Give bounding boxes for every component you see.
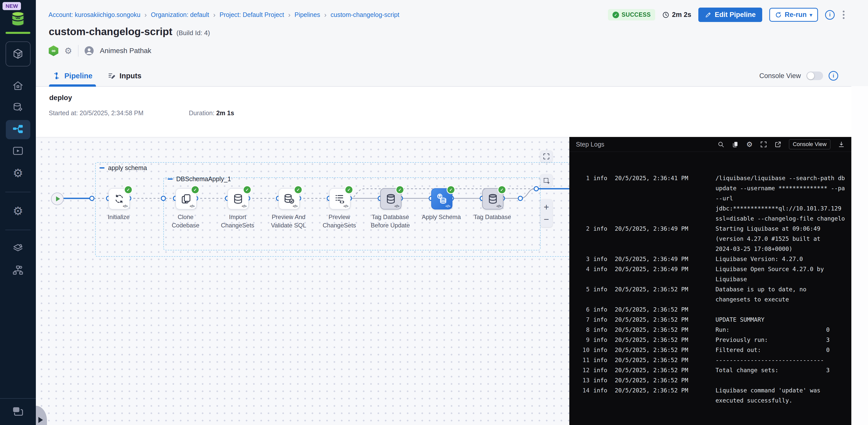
clock-icon xyxy=(662,11,669,19)
log-line-number: 9 xyxy=(576,335,590,345)
step-logs-header: Step Logs ⚙ Console View xyxy=(569,137,851,152)
harness-dbdevops-logo-icon[interactable]: ∞ xyxy=(9,10,26,27)
sidebar-item-executions[interactable] xyxy=(6,142,30,161)
pipeline-start-node[interactable] xyxy=(51,193,64,205)
code-glyph: </> xyxy=(123,204,127,208)
pipeline-step-tag-database[interactable]: ✓</> xyxy=(482,188,503,209)
log-row: 5info20/5/2025, 2:36:52 PMDatabase is up… xyxy=(569,284,851,305)
pipeline-step-preview-and-validate-sql[interactable]: ✓</> xyxy=(278,188,300,209)
execution-tabbar: Pipeline Inputs Console View i xyxy=(36,65,868,87)
log-level: info xyxy=(593,385,611,405)
breadcrumb-link[interactable]: Account: kurosakiichigo.songoku xyxy=(49,11,141,19)
canvas-fit-button[interactable] xyxy=(540,150,552,162)
log-timestamp: 20/5/2025, 2:36:52 PM xyxy=(615,305,712,315)
zoom-in-button[interactable]: + xyxy=(544,203,549,211)
sidebar-item-pipelines[interactable] xyxy=(6,120,30,139)
fullscreen-icon[interactable] xyxy=(760,141,767,148)
sidebar-item-layers-settings[interactable] xyxy=(6,239,30,258)
step-success-badge: ✓ xyxy=(345,186,353,194)
log-line-number: 12 xyxy=(576,365,590,375)
log-line-number: 11 xyxy=(576,355,590,365)
log-message: Total change sets:3 xyxy=(715,365,851,375)
pipeline-step-tag-database-before-update[interactable]: ✓</> xyxy=(380,188,401,209)
log-message: Liquibase Open Source 4.27.0 byLiquibase xyxy=(715,264,851,284)
breadcrumb-link[interactable]: Pipelines xyxy=(294,11,320,19)
pipeline-step-import-changesets[interactable]: ✓</> xyxy=(227,188,249,209)
org-settings-icon xyxy=(12,264,24,277)
open-in-new-icon[interactable] xyxy=(775,141,781,148)
log-line-number: 8 xyxy=(576,325,590,335)
log-settings-gear-icon[interactable]: ⚙ xyxy=(746,140,753,148)
log-level: info xyxy=(593,254,611,264)
pipeline-step-clone-codebase[interactable]: ✓</> xyxy=(176,188,197,209)
log-message: UPDATE SUMMARY xyxy=(715,315,851,325)
svg-text:∞: ∞ xyxy=(15,13,21,21)
canvas-select-button[interactable] xyxy=(540,174,552,187)
settings-icon: ⚙ xyxy=(12,167,23,179)
more-options-icon[interactable] xyxy=(842,9,845,20)
step-label-initialize: Initialize xyxy=(95,213,143,221)
console-view-group: Console View i xyxy=(759,65,838,86)
search-icon[interactable] xyxy=(717,141,724,148)
collapse-minus-icon[interactable] xyxy=(99,167,104,169)
breadcrumb-link[interactable]: Project: Default Project xyxy=(219,11,284,19)
sidebar-item-db-instances[interactable] xyxy=(6,98,30,117)
pipeline-step-apply-schema[interactable]: ✓</> xyxy=(431,188,453,209)
copy-icon[interactable] xyxy=(732,141,739,148)
log-message: Starting Liquibase at 09:06:49(version 4… xyxy=(715,224,851,254)
log-level: info xyxy=(593,325,611,335)
help-chat-icon[interactable]: ? xyxy=(11,406,25,419)
chevron-right-icon: › xyxy=(145,11,147,18)
stage-label-apply-schema[interactable]: apply schema xyxy=(99,164,147,172)
log-level: info xyxy=(593,173,611,224)
right-margin xyxy=(851,86,868,425)
console-view-info-icon[interactable]: i xyxy=(829,71,838,81)
log-timestamp: 20/5/2025, 2:36:49 PM xyxy=(615,224,712,254)
code-glyph: </> xyxy=(394,204,399,208)
log-line-number: 4 xyxy=(576,264,590,284)
pipeline-settings-gear-icon[interactable]: ⚙ xyxy=(64,46,72,56)
title-meta-row: ∞ ⚙ Animesh Pathak xyxy=(49,45,151,57)
tab-pipeline[interactable]: Pipeline xyxy=(53,65,92,86)
group-label-dbschemaapply[interactable]: DBSchemaApply_1 xyxy=(168,175,231,183)
info-icon[interactable]: i xyxy=(825,10,835,20)
sidebar-item-org-settings[interactable] xyxy=(6,261,30,280)
log-timestamp: 20/5/2025, 2:36:41 PM xyxy=(615,173,712,224)
step-label-apply-schema: Apply Schema xyxy=(417,213,465,221)
step-label-tag-database-before-update: Tag DatabaseBefore Update xyxy=(366,213,414,229)
chevron-right-icon: › xyxy=(324,11,327,18)
sidebar-divider xyxy=(5,230,31,230)
executions-icon xyxy=(12,145,24,158)
sidebar-item-settings[interactable]: ⚙ xyxy=(6,164,30,183)
step-logs-title: Step Logs xyxy=(576,141,604,148)
pipeline-step-preview-changesets[interactable]: ✓</> xyxy=(329,188,350,209)
log-message xyxy=(715,305,851,315)
log-timestamp: 20/5/2025, 2:36:52 PM xyxy=(615,345,712,355)
edit-pipeline-button[interactable]: Edit Pipeline xyxy=(698,7,762,22)
home-icon xyxy=(12,80,24,92)
step-success-badge: ✓ xyxy=(498,186,506,194)
step-logs-actions: ⚙ Console View xyxy=(717,139,845,149)
collapse-minus-icon[interactable] xyxy=(168,178,173,180)
console-view-toggle[interactable] xyxy=(806,72,823,80)
console-view-label: Console View xyxy=(759,72,801,80)
tab-inputs[interactable]: Inputs xyxy=(107,65,142,86)
sidebar-item-home[interactable] xyxy=(6,77,30,96)
log-level: info xyxy=(593,345,611,355)
step-label-preview-and-validate-sql: Preview AndValidate SQL xyxy=(265,213,313,229)
pipeline-step-initialize[interactable]: ✓</> xyxy=(108,188,130,209)
module-cube-icon[interactable] xyxy=(5,41,31,66)
sidebar-item-project-settings[interactable]: ⚙ xyxy=(6,201,30,221)
breadcrumb-link[interactable]: Organization: default xyxy=(151,11,209,19)
log-message: Database is up to date, nochangesets to … xyxy=(715,284,851,305)
console-view-button[interactable]: Console View xyxy=(789,139,830,149)
download-icon[interactable] xyxy=(838,141,845,148)
step-logs-panel: Step Logs ⚙ Console View 1info20/5/2025,… xyxy=(569,137,851,425)
log-line-number: 6 xyxy=(576,305,590,315)
zoom-out-button[interactable]: − xyxy=(544,216,549,223)
rerun-button[interactable]: Re-run ▾ xyxy=(769,8,818,22)
pipeline-canvas[interactable]: apply schema DBSchemaApply_1 xyxy=(36,137,569,425)
check-circle-icon: ✓ xyxy=(613,11,619,18)
breadcrumb-link[interactable]: custom-changelog-script xyxy=(331,11,399,19)
log-message: Run:0 xyxy=(715,325,851,335)
